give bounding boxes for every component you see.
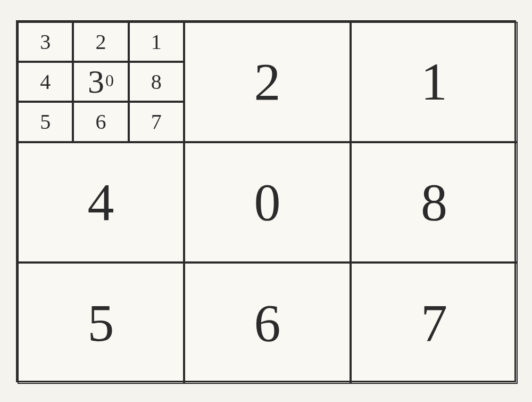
small-cell-1-1-center: 3 0	[73, 62, 128, 102]
small-cell-value: 5	[40, 109, 51, 134]
big-cell-0-1: 2	[184, 22, 351, 142]
small-cell-value: 2	[95, 29, 106, 54]
small-cell-value: 3	[40, 29, 51, 54]
big-cell-0-2: 1	[351, 22, 518, 142]
center-value-wrap: 3 0	[88, 65, 114, 98]
big-cell-value: 5	[88, 292, 114, 354]
small-cell-value: 7	[151, 109, 162, 134]
small-cell-0-1: 2	[73, 22, 128, 62]
small-cell-value: 1	[151, 29, 162, 54]
big-cell-2-2: 7	[351, 262, 518, 384]
big-cell-1-2: 8	[351, 142, 518, 262]
big-cell-value: 0	[254, 171, 281, 233]
small-cell-1-2: 8	[129, 62, 184, 102]
big-cell-value: 6	[254, 292, 281, 354]
big-cell-value: 8	[421, 171, 447, 233]
small-cell-0-0: 3	[18, 22, 73, 62]
inner-grid: 3 2 1 4 3 0 8 5 6 7	[18, 22, 184, 142]
big-cell-value: 4	[88, 171, 114, 233]
small-cell-value: 6	[95, 109, 106, 134]
big-cell-1-0: 4	[18, 142, 184, 262]
small-cell-value: 4	[40, 69, 51, 94]
small-cell-0-2: 1	[129, 22, 184, 62]
small-cell-2-2: 7	[129, 102, 184, 142]
small-cell-value: 8	[151, 69, 162, 94]
center-superscript: 0	[105, 71, 114, 91]
big-cell-value: 2	[254, 51, 281, 112]
big-cell-2-0: 5	[18, 262, 184, 384]
center-big-value: 3	[88, 65, 104, 98]
diagram-frame: 2 1 4 0 8 5 6 7 3 2 1 4 3	[16, 20, 516, 382]
big-cell-1-1: 0	[184, 142, 351, 262]
big-cell-value: 1	[421, 51, 447, 112]
big-cell-2-1: 6	[184, 262, 351, 384]
small-cell-2-1: 6	[73, 102, 128, 142]
small-cell-1-0: 4	[18, 62, 73, 102]
big-cell-value: 7	[421, 292, 447, 354]
small-cell-2-0: 5	[18, 102, 73, 142]
